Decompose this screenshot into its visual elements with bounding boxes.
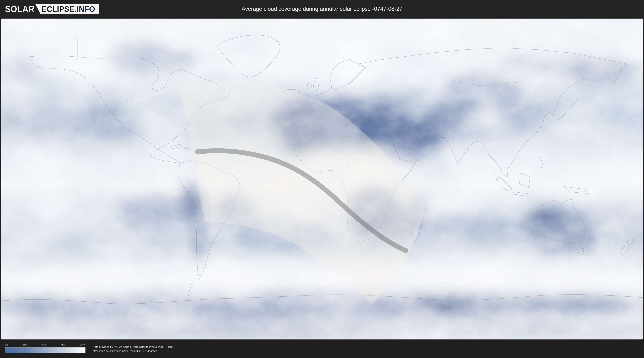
attribution: Data provided by NASAs Aqua & Terra sate… <box>93 345 174 353</box>
legend-tick-25: 25% <box>22 343 27 346</box>
attribution-line-1: Data provided by NASAs Aqua & Terra sate… <box>93 345 174 349</box>
attribution-line-2: https://neo.sci.gsfc.nasa.gov | Resoluti… <box>93 349 174 353</box>
legend-gradient-bar <box>5 347 86 353</box>
legend-tick-labels: 0% 25% 50% 75% 100% <box>5 343 86 346</box>
world-cloud-coverage-map <box>1 19 643 339</box>
header: SOLARECLIPSE.INFO Average cloud coverage… <box>0 0 644 18</box>
legend-tick-75: 75% <box>60 343 65 346</box>
legend-tick-100: 100% <box>80 343 86 346</box>
cloud-coverage-legend: 0% 25% 50% 75% 100% <box>5 343 86 353</box>
page-title: Average cloud coverage during annular so… <box>0 0 644 18</box>
map-frame <box>1 18 643 340</box>
legend-tick-50: 50% <box>42 343 46 346</box>
legend-tick-0: 0% <box>5 343 8 346</box>
footer: 0% 25% 50% 75% 100% Data provided by NAS… <box>0 340 644 358</box>
